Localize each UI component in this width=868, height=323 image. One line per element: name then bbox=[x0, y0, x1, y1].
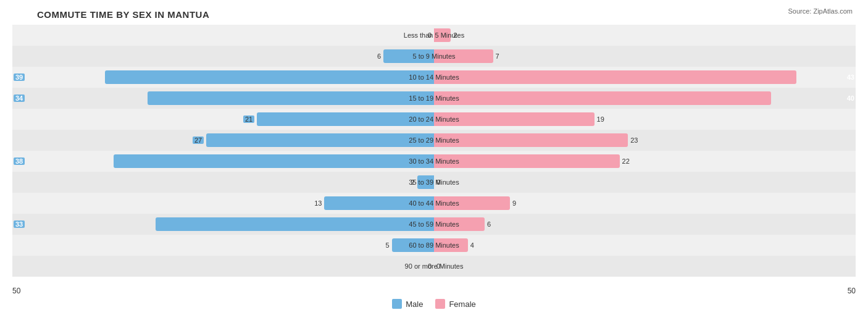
chart-row: 344015 to 19 Minutes bbox=[12, 88, 856, 109]
chart-row: 13940 to 44 Minutes bbox=[12, 193, 856, 214]
legend-female-box bbox=[435, 299, 445, 309]
legend-female: Female bbox=[435, 299, 475, 309]
chart-row: 675 to 9 Minutes bbox=[12, 46, 856, 67]
chart-row: 0090 or more Minutes bbox=[12, 256, 856, 277]
legend-female-label: Female bbox=[449, 300, 475, 309]
legend-male-label: Male bbox=[406, 300, 423, 309]
male-value: 5 bbox=[386, 241, 390, 249]
chart-row: 382230 to 34 Minutes bbox=[12, 151, 856, 172]
female-value: 40 bbox=[847, 94, 854, 102]
axis-bottom: 50 50 bbox=[12, 284, 856, 295]
chart-row: 02Less than 5 Minutes bbox=[12, 25, 856, 46]
chart-row: 2035 to 39 Minutes bbox=[12, 172, 856, 193]
female-value: 9 bbox=[512, 199, 516, 207]
male-value: 38 bbox=[14, 157, 25, 165]
legend-male: Male bbox=[392, 299, 423, 309]
female-value: 2 bbox=[453, 31, 457, 39]
male-value: 2 bbox=[411, 178, 415, 186]
female-value: 43 bbox=[847, 73, 854, 81]
source-text: Source: ZipAtlas.com bbox=[788, 7, 853, 15]
legend: Male Female bbox=[12, 299, 856, 309]
male-value: 6 bbox=[377, 52, 381, 60]
chart-row: 272325 to 29 Minutes bbox=[12, 130, 856, 151]
chart-container: COMMUTE TIME BY SEX IN MANTUA Source: Zi… bbox=[0, 0, 868, 323]
male-value: 13 bbox=[314, 199, 322, 207]
female-value: 22 bbox=[622, 157, 630, 165]
female-value: 19 bbox=[597, 115, 604, 123]
male-value: 34 bbox=[14, 94, 25, 102]
male-value: 33 bbox=[14, 220, 25, 228]
male-value: 27 bbox=[193, 136, 204, 144]
female-value: 0 bbox=[436, 262, 440, 270]
legend-male-box bbox=[392, 299, 402, 309]
chart-row: 5460 to 89 Minutes bbox=[12, 235, 856, 256]
female-value: 4 bbox=[470, 241, 474, 249]
female-value: 6 bbox=[487, 220, 491, 228]
chart-title: COMMUTE TIME BY SEX IN MANTUA bbox=[12, 6, 856, 25]
female-value: 23 bbox=[630, 136, 638, 144]
chart-row: 211920 to 24 Minutes bbox=[12, 109, 856, 130]
chart-row: 394310 to 14 Minutes bbox=[12, 67, 856, 88]
female-value: 7 bbox=[496, 52, 499, 60]
axis-left-label: 50 bbox=[12, 287, 20, 295]
male-value: 0 bbox=[428, 31, 432, 39]
male-value: 39 bbox=[14, 73, 25, 81]
chart-area: 02Less than 5 Minutes675 to 9 Minutes394… bbox=[12, 25, 856, 284]
male-value: 0 bbox=[428, 262, 432, 270]
female-value: 0 bbox=[436, 178, 440, 186]
axis-right-label: 50 bbox=[848, 287, 856, 295]
male-value: 21 bbox=[243, 115, 254, 123]
chart-row: 33645 to 59 Minutes bbox=[12, 214, 856, 235]
